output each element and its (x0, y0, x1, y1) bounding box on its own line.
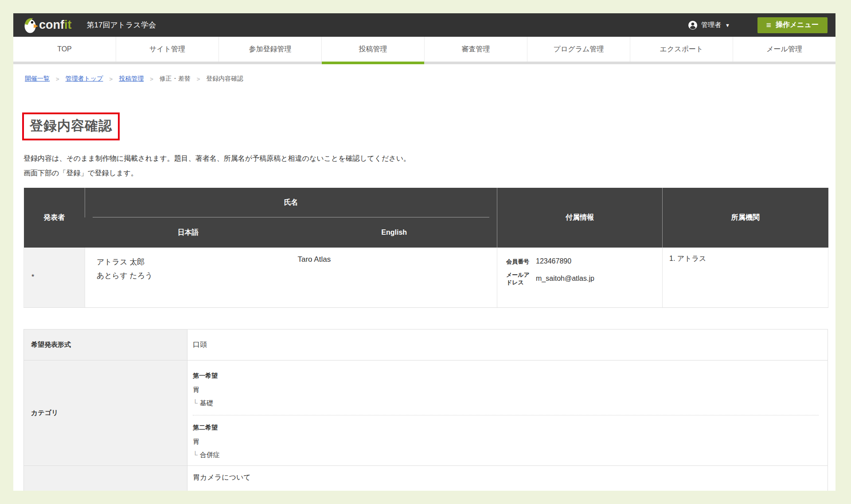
presenter-name-japanese: アトラス 太郎 あとらす たろう (85, 248, 292, 307)
operation-menu-button[interactable]: ≡ 操作メニュー (757, 17, 828, 33)
presenter-affiliation: 1. アトラス (663, 248, 828, 307)
email-label: メールアドレス (506, 271, 532, 286)
breadcrumb: 開催一覧 > 管理者トップ > 投稿管理 > 修正・差替 > 登録内容確認 (13, 64, 835, 83)
breadcrumb-separator-icon: > (109, 76, 113, 82)
category-value: 第一希望 胃 └基礎 第二希望 胃 └合併症 (187, 360, 828, 465)
tab-review-management[interactable]: 審査管理 (424, 37, 527, 62)
category-row: カテゴリ 第一希望 胃 └基礎 第二希望 胃 └合併症 (24, 360, 828, 465)
user-icon (688, 20, 698, 30)
chevron-down-icon: ▼ (725, 23, 730, 28)
breadcrumb-link-submission-management[interactable]: 投稿管理 (119, 75, 144, 83)
breadcrumb-link-admin-top[interactable]: 管理者トップ (66, 75, 103, 83)
presenter-name-english: Taro Atlas (292, 248, 497, 307)
col-header-name-english: English (292, 217, 497, 248)
member-number-value: 123467890 (536, 257, 571, 265)
col-header-name-japanese: 日本語 (85, 217, 292, 248)
presenter-extra-info: 会員番号 123467890 メールアドレス m_saitoh@atlas.jp (497, 248, 663, 307)
presenter-row: * アトラス 太郎 あとらす たろう Taro Atlas 会員番号 12346… (24, 248, 828, 307)
app-window: confit 第17回アトラス学会 管理者 ▼ ≡ 操作メニュー TOP サイト… (13, 13, 835, 491)
presentation-format-row: 希望発表形式 口頭 (24, 329, 828, 360)
submission-title-row: 胃カメラについて (24, 465, 828, 491)
col-header-extra-info: 付属情報 (497, 188, 663, 248)
col-header-affiliation: 所属機関 (663, 188, 828, 248)
email-value: m_saitoh@atlas.jp (536, 275, 594, 283)
confit-logo[interactable]: confit (24, 17, 72, 34)
tab-site-management[interactable]: サイト管理 (116, 37, 219, 62)
tab-mail-management[interactable]: メール管理 (733, 37, 835, 62)
breadcrumb-link-event-list[interactable]: 開催一覧 (25, 75, 50, 83)
category-divider (193, 415, 819, 415)
tab-program-management[interactable]: プログラム管理 (527, 37, 630, 62)
col-header-presenter: 発表者 (24, 188, 85, 248)
admin-user-menu[interactable]: 管理者 ▼ (688, 20, 730, 30)
presentation-format-value: 口頭 (187, 329, 828, 360)
email-row: メールアドレス m_saitoh@atlas.jp (506, 271, 662, 286)
col-header-name: 氏名 (85, 188, 497, 217)
submission-title-value: 胃カメラについて (187, 465, 828, 491)
confit-bird-icon (24, 17, 38, 34)
operation-menu-label: 操作メニュー (776, 20, 819, 30)
top-header: confit 第17回アトラス学会 管理者 ▼ ≡ 操作メニュー (13, 13, 835, 37)
member-number-label: 会員番号 (506, 258, 532, 265)
presenter-marker: * (24, 248, 85, 307)
main-nav: TOP サイト管理 参加登録管理 投稿管理 審査管理 プログラム管理 エクスポー… (13, 37, 835, 64)
presenters-table: 発表者 氏名 付属情報 所属機関 日本語 English * アトラス 太郎 あ… (23, 188, 828, 308)
breadcrumb-separator-icon: > (150, 76, 153, 82)
breadcrumb-separator-icon: > (197, 76, 200, 82)
presentation-format-label: 希望発表形式 (24, 329, 187, 360)
tab-export[interactable]: エクスポート (630, 37, 733, 62)
conference-title: 第17回アトラス学会 (87, 20, 156, 30)
member-number-row: 会員番号 123467890 (506, 257, 662, 265)
category-second-choice: 第二希望 胃 └合併症 (193, 424, 819, 459)
admin-user-label: 管理者 (701, 21, 721, 29)
submission-details-table: 希望発表形式 口頭 カテゴリ 第一希望 胃 └基礎 第二希望 (23, 329, 828, 491)
breadcrumb-separator-icon: > (56, 76, 59, 82)
main-content: 登録内容確認 登録内容は、そのまま制作物に掲載されます。題目、著者名、所属名が予… (13, 83, 835, 491)
tab-top[interactable]: TOP (13, 37, 116, 62)
tree-branch-icon: └ (193, 451, 198, 458)
description-line: 登録内容は、そのまま制作物に掲載されます。題目、著者名、所属名が予稿原稿と相違の… (23, 151, 828, 166)
page-description: 登録内容は、そのまま制作物に掲載されます。題目、著者名、所属名が予稿原稿と相違の… (23, 151, 828, 180)
breadcrumb-item-revision: 修正・差替 (160, 75, 191, 83)
breadcrumb-item-current: 登録内容確認 (206, 75, 243, 83)
tab-submission-management[interactable]: 投稿管理 (321, 37, 424, 62)
brand-text: confit (39, 19, 72, 31)
tree-branch-icon: └ (193, 399, 198, 407)
hamburger-icon: ≡ (766, 21, 771, 29)
category-label: カテゴリ (24, 360, 187, 465)
submission-title-label (24, 465, 187, 491)
category-first-choice: 第一希望 胃 └基礎 (193, 372, 819, 407)
description-line: 画面下部の「登録」で登録します。 (23, 166, 828, 180)
tab-registration-management[interactable]: 参加登録管理 (219, 37, 321, 62)
page-title: 登録内容確認 (22, 112, 120, 140)
